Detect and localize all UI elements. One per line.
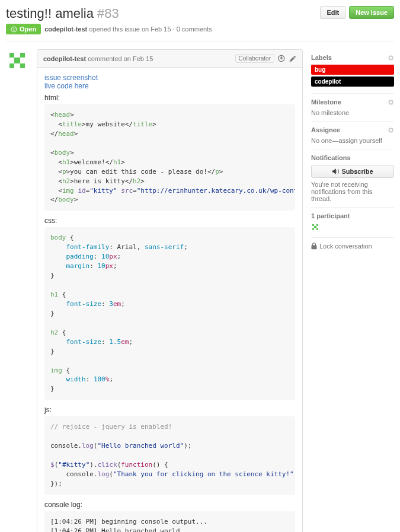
code-js: // rejoice - jquery is enabled! console.… xyxy=(44,416,295,495)
state-badge: Open xyxy=(6,24,41,34)
link-livecode[interactable]: live code here xyxy=(44,82,89,90)
pencil-icon[interactable] xyxy=(289,55,296,62)
issue-title: testing!! amelia #83 xyxy=(6,6,212,21)
lock-conversation-link[interactable]: Lock conversation xyxy=(311,243,394,250)
assign-yourself-link[interactable]: No one—assign yourself xyxy=(311,137,394,144)
lock-icon xyxy=(311,243,317,250)
labels-heading: Labels xyxy=(311,54,332,61)
gear-icon[interactable] xyxy=(388,55,394,61)
link-screenshot[interactable]: issue screenshot xyxy=(44,74,98,82)
comment: codepilot-test commented on Feb 15 Colla… xyxy=(37,49,303,532)
gear-icon[interactable] xyxy=(388,99,394,106)
collaborator-badge: Collaborator xyxy=(235,54,274,63)
console-output: [1:04:26 PM] beginning console output...… xyxy=(44,511,295,532)
label-bug[interactable]: bug xyxy=(311,65,394,75)
label-html: html: xyxy=(44,94,295,102)
subscribe-button[interactable]: Subscribe xyxy=(311,165,394,178)
code-css: body { font-family: Arial, sans-serif; p… xyxy=(44,227,295,400)
label-console: console log: xyxy=(44,501,295,509)
notifications-text: You're not receiving notifications from … xyxy=(311,181,394,202)
comment-author[interactable]: codepilot-test xyxy=(43,55,86,62)
svg-rect-16 xyxy=(312,228,314,230)
svg-rect-2 xyxy=(20,53,25,58)
code-html: <head> <title>my website</title> </head>… xyxy=(44,104,295,211)
assignee-heading: Assignee xyxy=(311,126,340,133)
participant-avatar[interactable] xyxy=(311,223,319,231)
svg-rect-14 xyxy=(316,224,318,226)
gear-icon[interactable] xyxy=(388,127,394,133)
svg-rect-15 xyxy=(314,226,316,228)
issue-opened-icon xyxy=(11,26,17,33)
new-issue-button[interactable]: New issue xyxy=(349,6,394,19)
milestone-heading: Milestone xyxy=(311,98,341,106)
notifications-heading: Notifications xyxy=(311,154,351,161)
speaker-icon xyxy=(332,168,339,175)
issue-meta: codepilot-test opened this issue on Feb … xyxy=(44,26,212,33)
edit-button[interactable]: Edit xyxy=(320,6,345,19)
milestone-text: No milestone xyxy=(311,109,394,116)
svg-rect-4 xyxy=(9,63,14,68)
label-css: css: xyxy=(44,216,295,225)
svg-rect-3 xyxy=(14,58,20,63)
svg-rect-13 xyxy=(312,224,314,226)
svg-rect-1 xyxy=(9,53,14,58)
reaction-icon[interactable] xyxy=(278,55,286,62)
svg-rect-5 xyxy=(20,63,25,68)
issue-number: #83 xyxy=(97,6,119,21)
participants-heading: 1 participant xyxy=(311,212,350,219)
svg-rect-17 xyxy=(316,228,318,230)
label-js: js: xyxy=(44,406,295,414)
label-codepilot[interactable]: codepilot xyxy=(311,77,394,87)
avatar[interactable] xyxy=(6,49,28,72)
